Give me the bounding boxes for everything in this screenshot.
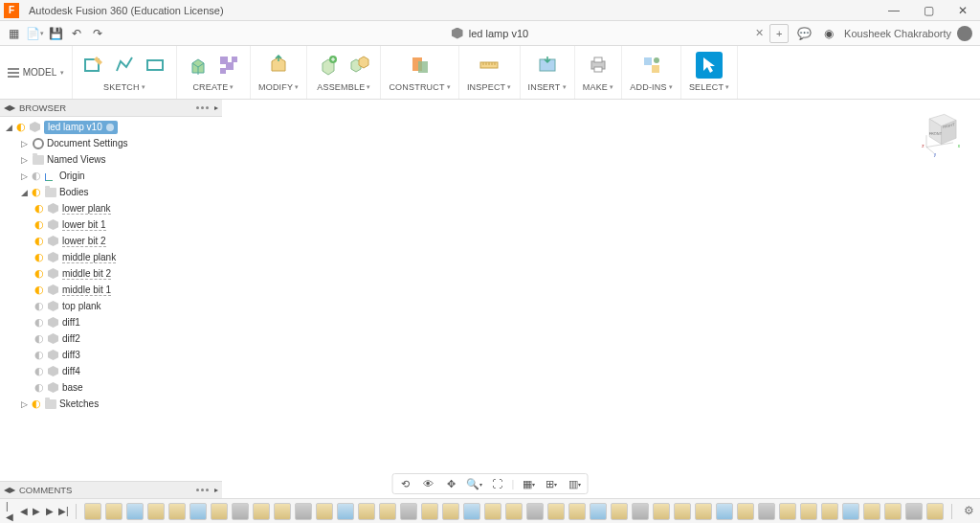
timeline-feature[interactable]: [274, 503, 291, 520]
create-sketch-button[interactable]: [80, 52, 107, 79]
save-button[interactable]: 💾: [46, 24, 65, 43]
timeline-feature[interactable]: [316, 503, 333, 520]
line-button[interactable]: [111, 52, 138, 79]
timeline-feature[interactable]: [379, 503, 396, 520]
box-button[interactable]: [215, 52, 242, 79]
workspace-switcher[interactable]: MODEL ▾: [0, 46, 73, 99]
timeline-start[interactable]: |◀: [6, 505, 15, 518]
timeline-play[interactable]: ▶: [32, 505, 41, 518]
plane-button[interactable]: [407, 52, 434, 79]
fit-button[interactable]: ⛶: [489, 475, 506, 492]
timeline-feature[interactable]: [737, 503, 754, 520]
timeline-feature[interactable]: [674, 503, 691, 520]
viewport-button[interactable]: ▥▾: [566, 475, 583, 492]
timeline-feature[interactable]: [484, 503, 501, 520]
timeline-feature[interactable]: [105, 503, 122, 520]
timeline-feature[interactable]: [211, 503, 228, 520]
timeline-feature[interactable]: [421, 503, 438, 520]
tree-origin[interactable]: ▷◐Origin: [0, 168, 222, 184]
tree-named-views[interactable]: ▷Named Views: [0, 151, 222, 168]
timeline-feature[interactable]: [716, 503, 733, 520]
timeline-feature[interactable]: [505, 503, 523, 520]
timeline-feature[interactable]: [189, 503, 207, 520]
timeline-feature[interactable]: [463, 503, 480, 520]
insert-button[interactable]: [534, 52, 561, 79]
timeline-feature[interactable]: [821, 503, 838, 520]
timeline-feature[interactable]: [147, 503, 165, 520]
timeline-feature[interactable]: [295, 503, 312, 520]
notifications-button[interactable]: 💬: [794, 24, 813, 43]
print-button[interactable]: [585, 52, 612, 79]
addins-button[interactable]: [638, 52, 665, 79]
close-button[interactable]: ✕: [946, 0, 980, 21]
timeline-feature[interactable]: [695, 503, 712, 520]
timeline-feature[interactable]: [905, 503, 923, 520]
joint-button[interactable]: [345, 52, 372, 79]
measure-button[interactable]: [476, 52, 502, 79]
timeline-feature[interactable]: [926, 503, 944, 520]
tree-body-item[interactable]: ◐diff2: [0, 330, 222, 347]
maximize-button[interactable]: ▢: [911, 0, 946, 21]
tree-body-item[interactable]: ◐middle plank: [0, 249, 222, 265]
tree-body-item[interactable]: ◐top plank: [0, 298, 222, 314]
pan-button[interactable]: ✥: [443, 475, 460, 492]
timeline-settings[interactable]: ⚙: [964, 504, 974, 519]
timeline-end[interactable]: ▶|: [58, 505, 69, 518]
timeline-feature[interactable]: [884, 503, 902, 520]
timeline-feature[interactable]: [168, 503, 186, 520]
tree-body-item[interactable]: ◐diff1: [0, 314, 222, 330]
tree-body-item[interactable]: ◐lower bit 1: [0, 216, 222, 233]
look-button[interactable]: 👁: [420, 475, 437, 492]
timeline-feature[interactable]: [526, 503, 544, 520]
press-pull-button[interactable]: [265, 52, 292, 79]
grid-menu-button[interactable]: ▦: [4, 24, 23, 43]
tree-root[interactable]: ◢◐ led lamp v10: [0, 119, 222, 135]
timeline-prev[interactable]: ◀: [19, 505, 29, 518]
user-avatar[interactable]: [957, 26, 972, 41]
timeline-feature[interactable]: [842, 503, 859, 520]
new-component-button[interactable]: [315, 52, 342, 79]
minimize-button[interactable]: ―: [877, 0, 911, 21]
select-button[interactable]: [696, 52, 723, 79]
tree-sketches[interactable]: ▷◐Sketches: [0, 396, 222, 412]
undo-button[interactable]: ↶: [67, 24, 86, 43]
timeline-feature[interactable]: [800, 503, 817, 520]
timeline-feature[interactable]: [547, 503, 565, 520]
timeline-feature[interactable]: [358, 503, 375, 520]
timeline-feature[interactable]: [126, 503, 144, 520]
timeline-feature[interactable]: [400, 503, 417, 520]
orbit-button[interactable]: ⟲: [397, 475, 414, 492]
timeline-feature[interactable]: [632, 503, 649, 520]
timeline-feature[interactable]: [568, 503, 586, 520]
timeline-feature[interactable]: [611, 503, 628, 520]
tree-body-item[interactable]: ◐middle bit 1: [0, 282, 222, 298]
display-button[interactable]: ▦▾: [520, 475, 537, 492]
tree-bodies[interactable]: ◢◐Bodies: [0, 184, 222, 200]
tree-body-item[interactable]: ◐diff3: [0, 347, 222, 363]
new-tab-button[interactable]: +: [769, 24, 789, 43]
browser-panel-header[interactable]: ◀▶ BROWSER ▸: [0, 100, 222, 117]
timeline-feature[interactable]: [84, 503, 101, 520]
timeline-next[interactable]: ▶: [45, 505, 55, 518]
extrude-button[interactable]: [185, 52, 212, 79]
tree-body-item[interactable]: ◐diff4: [0, 363, 222, 379]
file-menu-button[interactable]: 📄▾: [25, 24, 44, 43]
view-cube[interactable]: FRONT RIGHT z x y: [913, 105, 967, 159]
tree-body-item[interactable]: ◐lower plank: [0, 200, 222, 216]
comments-panel-header[interactable]: ◀▶ COMMENTS ▸: [0, 481, 222, 498]
extensions-button[interactable]: ◉: [819, 24, 838, 43]
timeline-feature[interactable]: [758, 503, 775, 520]
timeline-feature[interactable]: [779, 503, 796, 520]
tree-body-item[interactable]: ◐base: [0, 379, 222, 396]
timeline-feature[interactable]: [442, 503, 459, 520]
timeline-feature[interactable]: [863, 503, 880, 520]
tree-body-item[interactable]: ◐lower bit 2: [0, 233, 222, 249]
rectangle-button[interactable]: [142, 52, 168, 79]
timeline-feature[interactable]: [253, 503, 270, 520]
tree-doc-settings[interactable]: ▷Document Settings: [0, 135, 222, 151]
redo-button[interactable]: ↷: [88, 24, 107, 43]
grid-button[interactable]: ⊞▾: [543, 475, 560, 492]
timeline-feature[interactable]: [232, 503, 249, 520]
timeline-feature[interactable]: [653, 503, 670, 520]
tab-close-button[interactable]: ✕: [755, 27, 764, 39]
